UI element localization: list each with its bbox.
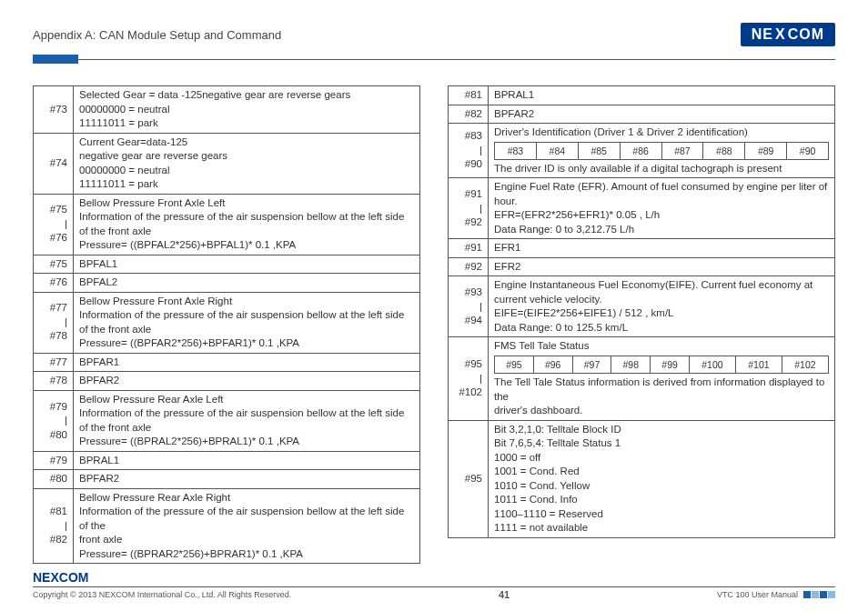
sub-table: #83#84#85#86#87#88#89#90: [494, 142, 829, 160]
row-index: #81: [449, 86, 489, 105]
right-column: #81BPRAL1#82BPFAR2#83 | #90Driver's Iden…: [448, 85, 835, 564]
row-desc: Engine Fuel Rate (EFR). Amount of fuel c…: [489, 178, 835, 239]
logo-x-icon: X: [775, 26, 786, 43]
table-row: #95Bit 3,2,1,0: Telltale Block ID Bit 7,…: [449, 420, 835, 537]
row-index: #76: [34, 274, 74, 293]
header-rule-line: [78, 59, 835, 60]
sub-cell: #98: [611, 356, 651, 373]
row-desc: Driver's Identification (Driver 1 & Driv…: [489, 124, 835, 178]
table-row: #82BPFAR2: [449, 105, 835, 124]
row-index: #73: [34, 86, 74, 134]
page-header: Appendix A: CAN Module Setup and Command…: [33, 18, 835, 51]
content-columns: #73Selected Gear = data -125negative gea…: [33, 85, 835, 564]
table-row: #74Current Gear=data-125 negative gear a…: [34, 133, 420, 194]
footer-rule: [33, 586, 835, 587]
row-index: #77: [34, 353, 74, 372]
table-row: #81 | #82Bellow Pressure Rear Axle Right…: [34, 488, 420, 564]
row-index: #81 | #82: [34, 488, 74, 564]
row-title: FMS Tell Tale Status: [494, 339, 829, 354]
header-rule-accent: [33, 55, 78, 64]
row-index: #77 | #78: [34, 292, 74, 353]
footer-logo-text: NEXCOM: [33, 570, 88, 585]
row-index: #95 | #102: [449, 337, 489, 420]
table-row: #95 | #102FMS Tell Tale Status#95#96#97#…: [449, 337, 835, 420]
sub-cell: #85: [578, 142, 620, 159]
sub-cell: #100: [689, 356, 735, 373]
row-desc: Engine Instantaneous Fuel Economy(EIFE).…: [489, 276, 835, 337]
row-desc: EFR2: [489, 257, 835, 276]
row-index: #95: [449, 420, 489, 537]
row-note: The driver ID is only available if a dig…: [494, 162, 829, 176]
left-column: #73Selected Gear = data -125negative gea…: [33, 85, 420, 564]
sub-table: #95#96#97#98#99#100#101#102: [494, 356, 829, 374]
table-row: #79 | #80Bellow Pressure Rear Axle Left …: [34, 390, 420, 451]
table-row: #93 | #94Engine Instantaneous Fuel Econo…: [449, 276, 835, 337]
table-row: #75BPFAL1: [34, 255, 420, 274]
row-index: #74: [34, 133, 74, 194]
row-desc: BPFAR2: [489, 105, 835, 124]
sub-cell: #84: [536, 142, 578, 159]
row-desc: Bellow Pressure Front Axle Right Informa…: [74, 292, 420, 353]
header-rule: [33, 55, 835, 64]
sub-cell: #102: [782, 356, 828, 373]
row-index: #82: [449, 105, 489, 124]
page-footer: NEXCOM Copyright © 2013 NEXCOM Internati…: [33, 570, 835, 600]
footer-squares-icon: [803, 591, 835, 598]
table-row: #79BPRAL1: [34, 451, 420, 470]
row-desc: BPRAL1: [74, 451, 420, 470]
row-desc: Bellow Pressure Rear Axle Right Informat…: [74, 488, 420, 564]
row-desc: Bellow Pressure Rear Axle Left Informati…: [74, 390, 420, 451]
table-row: #80BPFAR2: [34, 470, 420, 489]
row-index: #93 | #94: [449, 276, 489, 337]
row-index: #92: [449, 257, 489, 276]
table-row: #92EFR2: [449, 257, 835, 276]
row-desc: Bit 3,2,1,0: Telltale Block ID Bit 7,6,5…: [489, 420, 835, 537]
row-index: #79 | #80: [34, 390, 74, 451]
header-title: Appendix A: CAN Module Setup and Command: [33, 28, 281, 42]
row-desc: EFR1: [489, 239, 835, 258]
row-index: #91: [449, 239, 489, 258]
table-row: #77BPFAR1: [34, 353, 420, 372]
sub-cell: #87: [661, 142, 703, 159]
row-desc: BPFAL1: [74, 255, 420, 274]
row-index: #75: [34, 255, 74, 274]
sub-cell: #90: [787, 142, 829, 159]
row-index: #78: [34, 372, 74, 391]
row-note: The Tell Tale Status information is deri…: [494, 376, 829, 418]
row-desc: BPFAR1: [74, 353, 420, 372]
table-row: #75 | #76Bellow Pressure Front Axle Left…: [34, 194, 420, 255]
left-table: #73Selected Gear = data -125negative gea…: [33, 85, 420, 564]
sub-cell: #97: [572, 356, 611, 373]
table-row: #83 | #90Driver's Identification (Driver…: [449, 124, 835, 178]
table-row: #76BPFAL2: [34, 274, 420, 293]
row-index: #91 | #92: [449, 178, 489, 239]
sub-cell: #83: [495, 142, 537, 159]
table-row: #91 | #92Engine Fuel Rate (EFR). Amount …: [449, 178, 835, 239]
row-title: Driver's Identification (Driver 1 & Driv…: [494, 125, 829, 140]
row-desc: Selected Gear = data -125negative gear a…: [74, 86, 420, 134]
row-index: #75 | #76: [34, 194, 74, 255]
sub-cell: #101: [735, 356, 782, 373]
row-desc: BPFAR2: [74, 372, 420, 391]
row-index: #80: [34, 470, 74, 489]
row-desc: BPRAL1: [489, 86, 835, 105]
sub-cell: #96: [533, 356, 572, 373]
sub-cell: #99: [651, 356, 690, 373]
row-desc: BPFAL2: [74, 274, 420, 293]
row-desc: FMS Tell Tale Status#95#96#97#98#99#100#…: [489, 337, 835, 420]
page-number: 41: [499, 589, 510, 600]
row-desc: Current Gear=data-125 negative gear are …: [74, 133, 420, 194]
sub-cell: #88: [703, 142, 745, 159]
logo-text2: COM: [788, 26, 824, 43]
table-row: #91EFR1: [449, 239, 835, 258]
table-row: #81BPRAL1: [449, 86, 835, 105]
sub-cell: #95: [495, 356, 534, 373]
table-row: #78BPFAR2: [34, 372, 420, 391]
right-table: #81BPRAL1#82BPFAR2#83 | #90Driver's Iden…: [448, 85, 835, 538]
footer-logo: NEXCOM: [33, 570, 835, 585]
table-row: #77 | #78Bellow Pressure Front Axle Righ…: [34, 292, 420, 353]
row-index: #79: [34, 451, 74, 470]
logo-text: NE: [752, 26, 773, 43]
sub-cell: #86: [620, 142, 661, 159]
sub-cell: #89: [745, 142, 787, 159]
